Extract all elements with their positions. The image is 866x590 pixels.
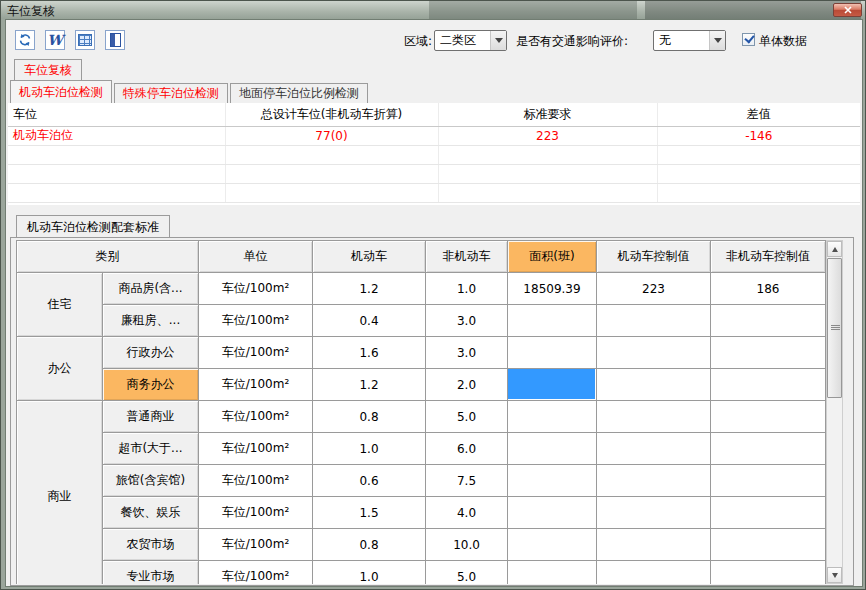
region-dropdown[interactable]: 二类区 xyxy=(434,30,507,51)
nonmotor-control-cell[interactable] xyxy=(711,401,826,433)
subcategory-cell[interactable]: 农贸市场 xyxy=(103,529,199,561)
col-header-motor-control[interactable]: 机动车控制值 xyxy=(597,241,711,273)
nonmotor-cell[interactable]: 5.0 xyxy=(426,561,508,585)
col-header-difference[interactable]: 差值 xyxy=(657,103,860,126)
col-header-designed[interactable]: 总设计车位(非机动车折算) xyxy=(225,103,438,126)
col-header-unit[interactable]: 单位 xyxy=(199,241,313,273)
export-word-button[interactable]: W xyxy=(43,28,67,52)
tab-standards-config[interactable]: 机动车泊位检测配套标准 xyxy=(16,215,170,238)
motor-cell[interactable]: 0.8 xyxy=(313,401,426,433)
scrollbar-thumb[interactable] xyxy=(827,258,842,398)
table-row[interactable]: 机动车泊位 77(0) 223 -146 xyxy=(8,126,860,145)
nonmotor-control-cell[interactable] xyxy=(711,529,826,561)
col-header-nonmotor[interactable]: 非机动车 xyxy=(426,241,508,273)
area-cell[interactable] xyxy=(508,497,597,529)
motor-cell[interactable]: 1.2 xyxy=(313,273,426,305)
nonmotor-control-cell[interactable] xyxy=(711,305,826,337)
motor-control-cell[interactable] xyxy=(597,369,711,401)
col-header-standard[interactable]: 标准要求 xyxy=(438,103,657,126)
col-header-nonmotor-control[interactable]: 非机动车控制值 xyxy=(711,241,826,273)
nonmotor-cell[interactable]: 4.0 xyxy=(426,497,508,529)
tab-ground-parking-ratio-detection[interactable]: 地面停车泊位比例检测 xyxy=(230,83,368,103)
area-cell[interactable] xyxy=(508,465,597,497)
subcategory-cell[interactable]: 普通商业 xyxy=(103,401,199,433)
nonmotor-control-cell[interactable] xyxy=(711,497,826,529)
table-row-empty[interactable] xyxy=(8,164,860,183)
summary-row-diff[interactable]: -146 xyxy=(657,126,860,145)
unit-cell[interactable]: 车位/100m² xyxy=(199,369,313,401)
area-cell[interactable]: 18509.39 xyxy=(508,273,597,305)
nonmotor-control-cell[interactable] xyxy=(711,369,826,401)
motor-cell[interactable]: 1.2 xyxy=(313,369,426,401)
scroll-up-button[interactable] xyxy=(827,241,842,257)
nonmotor-cell[interactable]: 1.0 xyxy=(426,273,508,305)
unit-cell[interactable]: 车位/100m² xyxy=(199,497,313,529)
motor-cell[interactable]: 1.0 xyxy=(313,433,426,465)
area-cell[interactable] xyxy=(508,401,597,433)
motor-control-cell[interactable] xyxy=(597,561,711,585)
unit-cell[interactable]: 车位/100m² xyxy=(199,305,313,337)
refresh-button[interactable] xyxy=(13,28,37,52)
subcategory-cell[interactable]: 廉租房、... xyxy=(103,305,199,337)
motor-control-cell[interactable] xyxy=(597,305,711,337)
table-row-empty[interactable] xyxy=(8,183,860,202)
col-header-category[interactable]: 类别 xyxy=(17,241,199,273)
motor-control-cell[interactable] xyxy=(597,433,711,465)
col-header-motor[interactable]: 机动车 xyxy=(313,241,426,273)
close-button[interactable] xyxy=(833,3,862,17)
col-header-area[interactable]: 面积(班) xyxy=(508,241,597,273)
motor-cell[interactable]: 1.0 xyxy=(313,561,426,585)
area-cell[interactable] xyxy=(508,433,597,465)
dropdown-arrow-button[interactable] xyxy=(709,31,725,50)
motor-control-cell[interactable] xyxy=(597,337,711,369)
subcategory-cell[interactable]: 商品房(含... xyxy=(103,273,199,305)
subcategory-cell-selected[interactable]: 商务办公 xyxy=(103,369,199,401)
table-view-button[interactable] xyxy=(73,28,97,52)
traffic-eval-dropdown[interactable]: 无 xyxy=(653,30,726,51)
motor-control-cell[interactable] xyxy=(597,529,711,561)
nonmotor-control-cell[interactable] xyxy=(711,561,826,585)
motor-cell[interactable]: 1.6 xyxy=(313,337,426,369)
motor-cell[interactable]: 1.5 xyxy=(313,497,426,529)
motor-control-cell[interactable] xyxy=(597,497,711,529)
subcategory-cell[interactable]: 专业市场 xyxy=(103,561,199,585)
nonmotor-cell[interactable]: 7.5 xyxy=(426,465,508,497)
scroll-down-button[interactable] xyxy=(827,567,842,583)
subcategory-cell[interactable]: 行政办公 xyxy=(103,337,199,369)
area-cell[interactable] xyxy=(508,561,597,585)
unit-cell[interactable]: 车位/100m² xyxy=(199,561,313,585)
unit-cell[interactable]: 车位/100m² xyxy=(199,273,313,305)
nonmotor-cell[interactable]: 10.0 xyxy=(426,529,508,561)
unit-cell[interactable]: 车位/100m² xyxy=(199,433,313,465)
motor-cell[interactable]: 0.6 xyxy=(313,465,426,497)
group-cell-residential[interactable]: 住宅 xyxy=(17,273,103,337)
tab-parking-review[interactable]: 车位复核 xyxy=(14,59,82,80)
summary-row-required[interactable]: 223 xyxy=(438,126,657,145)
area-cell-selected[interactable] xyxy=(508,369,597,401)
dropdown-arrow-button[interactable] xyxy=(490,31,506,50)
nonmotor-cell[interactable]: 2.0 xyxy=(426,369,508,401)
table-row-empty[interactable] xyxy=(8,145,860,164)
col-header-parking[interactable]: 车位 xyxy=(8,103,225,126)
tab-special-parking-detection[interactable]: 特殊停车泊位检测 xyxy=(114,83,228,103)
group-cell-office[interactable]: 办公 xyxy=(17,337,103,401)
motor-control-cell[interactable] xyxy=(597,401,711,433)
nonmotor-cell[interactable]: 5.0 xyxy=(426,401,508,433)
tab-motor-parking-detection[interactable]: 机动车泊位检测 xyxy=(10,80,112,103)
motor-control-cell[interactable] xyxy=(597,465,711,497)
vertical-scrollbar[interactable] xyxy=(826,240,843,584)
nonmotor-cell[interactable]: 6.0 xyxy=(426,433,508,465)
exit-button[interactable] xyxy=(103,28,127,52)
nonmotor-control-cell[interactable] xyxy=(711,337,826,369)
nonmotor-cell[interactable]: 3.0 xyxy=(426,337,508,369)
summary-row-designed[interactable]: 77(0) xyxy=(225,126,438,145)
motor-cell[interactable]: 0.4 xyxy=(313,305,426,337)
nonmotor-control-cell[interactable] xyxy=(711,465,826,497)
unit-cell[interactable]: 车位/100m² xyxy=(199,401,313,433)
subcategory-cell[interactable]: 超市(大于... xyxy=(103,433,199,465)
nonmotor-control-cell[interactable] xyxy=(711,433,826,465)
motor-cell[interactable]: 0.8 xyxy=(313,529,426,561)
motor-control-cell[interactable]: 223 xyxy=(597,273,711,305)
nonmotor-control-cell[interactable]: 186 xyxy=(711,273,826,305)
area-cell[interactable] xyxy=(508,529,597,561)
